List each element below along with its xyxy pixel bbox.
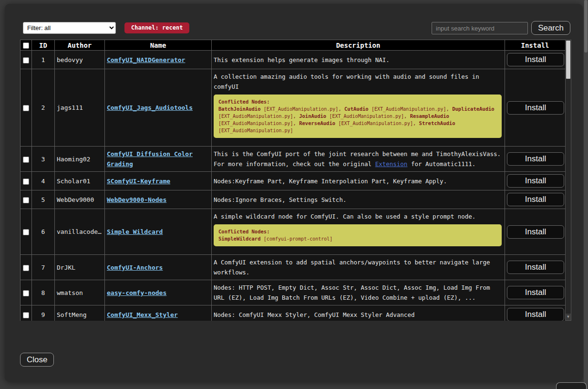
table-row: 5WebDev9000WebDev9000-NodesNodes:Ignore … (21, 190, 566, 209)
install-button[interactable]: Install (507, 286, 564, 299)
row-checkbox-cell (21, 255, 32, 280)
conflict-node-source: [EXT_AudioManipulation.py] (338, 121, 413, 126)
node-name-link[interactable]: ComfyUI_Mexx_Styler (107, 311, 178, 318)
table-row: 3Haoming02ComfyUI Diffusion Color Gradin… (21, 147, 566, 172)
row-checkbox[interactable] (23, 105, 29, 111)
install-button[interactable]: Install (507, 308, 564, 321)
install-button[interactable]: Install (507, 225, 564, 239)
row-author: bedovyy (55, 51, 105, 69)
install-button[interactable]: Install (507, 174, 564, 188)
table-row: 4Scholar01SComfyUI-KeyframeNodes:Keyfram… (21, 172, 566, 190)
conflict-node-source: [EXT_AudioManipulation.py] (371, 106, 446, 112)
conflict-node-name: BatchJoinAudio (218, 106, 261, 112)
install-button[interactable]: Install (507, 101, 564, 115)
conflict-node-source: [EXT_AudioManipulation.py] (218, 128, 293, 133)
description-text: This extension helps generate images thr… (214, 55, 503, 65)
header-install: Install (505, 40, 566, 51)
nodes-table-body: 1bedovyyComfyUI_NAIDGeneratorThis extens… (21, 51, 566, 321)
header-checkbox-cell (21, 40, 32, 51)
scroll-down-icon[interactable]: ▼ (566, 314, 571, 320)
row-install-cell: Install (505, 280, 566, 305)
node-name-link[interactable]: SComfyUI-Keyframe (107, 178, 170, 185)
row-checkbox[interactable] (23, 57, 29, 63)
node-name-link[interactable]: ComfyUI Diffusion Color Grading (107, 150, 193, 168)
row-name-cell: easy-comfy-nodes (105, 280, 212, 305)
filter-select[interactable]: Filter: all (23, 22, 116, 34)
header-author: Author (55, 40, 105, 51)
row-checkbox[interactable] (23, 312, 29, 318)
row-install-cell: Install (505, 172, 566, 190)
page-scrollbar[interactable] (584, 0, 588, 389)
node-name-link[interactable]: ComfyUI_Jags_Audiotools (107, 104, 193, 111)
table-header-row: ID Author Name Description Install (21, 40, 566, 51)
install-button[interactable]: Install (507, 261, 564, 274)
row-install-cell: Install (505, 305, 566, 321)
description-link[interactable]: Extension (375, 160, 408, 168)
node-name-link[interactable]: ComfyUI_NAIDGenerator (107, 56, 185, 63)
row-id: 7 (32, 255, 55, 280)
row-checkbox[interactable] (23, 229, 29, 235)
table-scrollbar[interactable]: ▼ (565, 40, 571, 321)
row-description: Nodes: ComfyUI Mexx Styler, ComfyUI Mexx… (212, 305, 505, 321)
conflict-items: BatchJoinAudio [EXT_AudioManipulation.py… (218, 105, 497, 134)
description-text: A collection amazing audio tools for wor… (214, 72, 503, 92)
nodes-table: ID Author Name Description Install 1bedo… (20, 40, 566, 321)
table-row: 8wmatsoneasy-comfy-nodesNodes: HTTP POST… (21, 280, 566, 305)
partial-bottom-button[interactable] (556, 382, 587, 389)
nodes-table-container: ID Author Name Description Install 1bedo… (20, 40, 571, 321)
row-checkbox[interactable] (23, 265, 29, 271)
row-description: Nodes:Keyframe Part, Keyframe Interpolat… (212, 172, 505, 190)
row-id: 2 (32, 69, 55, 147)
node-name-link[interactable]: WebDev9000-Nodes (107, 196, 166, 203)
description-text: This is the ComfyUI port of the joint re… (214, 149, 503, 169)
row-install-cell: Install (505, 255, 566, 280)
row-install-cell: Install (505, 147, 566, 172)
row-checkbox[interactable] (23, 157, 29, 163)
search-input[interactable] (432, 22, 528, 34)
row-name-cell: ComfyUI_Jags_Audiotools (105, 69, 212, 147)
row-description: A collection amazing audio tools for wor… (212, 69, 505, 147)
row-description: Nodes:Ignore Braces, Settings Switch. (212, 190, 505, 209)
node-name-link[interactable]: ComfyUI-Anchors (107, 264, 163, 271)
row-author: Haoming02 (55, 147, 105, 172)
conflict-box: Conflicted Nodes:SimpleWildcard [comfyui… (214, 224, 502, 246)
table-row: 7DrJKLComfyUI-AnchorsA ComfyUI extension… (21, 255, 566, 280)
row-author: SoftMeng (55, 305, 105, 321)
select-all-checkbox[interactable] (23, 42, 29, 49)
row-install-cell: Install (505, 51, 566, 69)
row-install-cell: Install (505, 69, 566, 147)
row-checkbox-cell (21, 69, 32, 147)
row-checkbox-cell (21, 147, 32, 172)
page-scrollbar-thumb[interactable] (584, 0, 588, 53)
install-button[interactable]: Install (507, 53, 564, 66)
row-id: 8 (32, 280, 55, 305)
table-scrollbar-thumb[interactable] (566, 41, 570, 79)
conflict-node-name: JoinAudio (299, 113, 326, 119)
close-button[interactable]: Close (20, 353, 54, 367)
search-button[interactable]: Search (531, 21, 570, 35)
conflict-node-source: [EXT_AudioManipulation.py] (329, 114, 404, 119)
row-checkbox[interactable] (23, 290, 29, 296)
row-checkbox-cell (21, 190, 32, 209)
row-checkbox[interactable] (23, 197, 29, 203)
row-author: jags111 (55, 69, 105, 147)
row-checkbox-cell (21, 209, 32, 255)
row-checkbox-cell (21, 172, 32, 190)
row-description: A ComfyUI extension to add spatial ancho… (212, 255, 505, 280)
table-row: 6vanillacode…Simple WildcardA simple wil… (21, 209, 566, 255)
description-text: Nodes:Keyframe Part, Keyframe Interpolat… (214, 176, 503, 186)
conflict-node-name: ResampleAudio (410, 113, 449, 119)
row-checkbox[interactable] (23, 179, 29, 185)
node-name-link[interactable]: easy-comfy-nodes (107, 289, 166, 296)
conflict-box: Conflicted Nodes:BatchJoinAudio [EXT_Aud… (214, 95, 502, 138)
table-row: 1bedovyyComfyUI_NAIDGeneratorThis extens… (21, 51, 566, 69)
install-custom-nodes-dialog: Filter: all Channel: recent Search ID Au… (5, 4, 583, 382)
node-name-link[interactable]: Simple Wildcard (107, 228, 163, 235)
conflict-node-name: DuplicateAudio (452, 106, 495, 112)
row-description: A simple wildcard node for ComfyUI. Can … (212, 209, 505, 255)
header-name: Name (105, 40, 212, 51)
row-id: 3 (32, 147, 55, 172)
install-button[interactable]: Install (507, 152, 564, 166)
conflict-node-source: [EXT_AudioManipulation.py] (218, 121, 293, 126)
install-button[interactable]: Install (507, 193, 564, 206)
